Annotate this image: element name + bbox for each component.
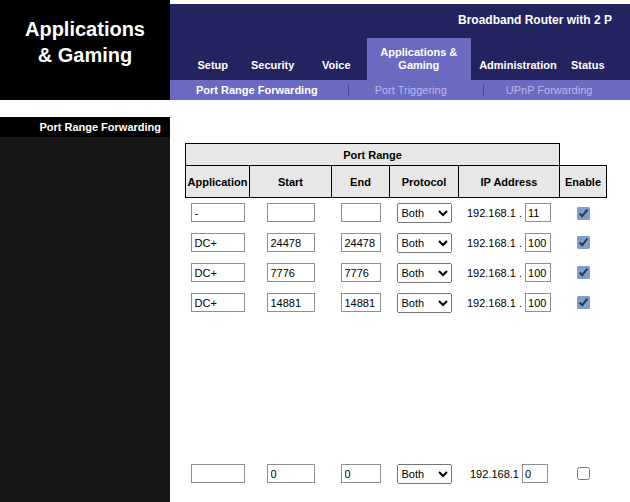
group-header: Port Range: [186, 144, 560, 166]
start-port-input[interactable]: [267, 233, 315, 252]
table-row: Both 192.168.1 .: [186, 228, 607, 258]
application-input[interactable]: [191, 464, 245, 483]
table-spacer: [186, 318, 607, 459]
table-row: Both 192.168.1 .: [186, 258, 607, 288]
start-port-input[interactable]: [267, 293, 315, 312]
tab-security[interactable]: Security: [239, 38, 305, 80]
divider: [483, 84, 484, 96]
protocol-select[interactable]: Both: [397, 293, 452, 313]
end-port-input[interactable]: [341, 293, 381, 312]
enable-checkbox[interactable]: [577, 266, 590, 279]
table-row: Both 192.168.1 .: [186, 288, 607, 318]
ip-octet-input[interactable]: [525, 233, 551, 252]
tab-bar: Setup Security Voice Applications & Gami…: [170, 38, 630, 80]
end-port-input[interactable]: [341, 203, 381, 222]
column-header-protocol: Protocol: [390, 166, 459, 198]
brand-title-line2: & Gaming: [0, 42, 170, 68]
tab-security-label: Security: [251, 59, 294, 71]
column-header-row: Application Start End Protocol IP Addres…: [186, 166, 607, 198]
table-row: Both 192.168.1: [186, 459, 607, 489]
enable-checkbox[interactable]: [577, 236, 590, 249]
ip-octet-input[interactable]: [525, 293, 551, 312]
port-forwarding-table: Port Range Application Start End Protoco…: [185, 143, 607, 489]
application-input[interactable]: [191, 203, 245, 222]
protocol-select[interactable]: Both: [397, 203, 452, 223]
ip-prefix: 192.168.1 .: [467, 267, 522, 279]
start-port-input[interactable]: [267, 464, 315, 483]
enable-checkbox[interactable]: [577, 467, 590, 480]
content-area: Port Range Application Start End Protoco…: [170, 100, 630, 502]
column-header-application: Application: [186, 166, 250, 198]
brand-panel: Applications & Gaming: [0, 0, 170, 100]
protocol-select[interactable]: Both: [397, 464, 452, 484]
brand-title: Applications & Gaming: [0, 16, 170, 68]
protocol-select[interactable]: Both: [397, 233, 452, 253]
ip-octet-input[interactable]: [522, 464, 548, 483]
start-port-input[interactable]: [267, 203, 315, 222]
router-admin-page: Applications & Gaming Broadband Router w…: [0, 0, 630, 502]
end-port-input[interactable]: [341, 233, 381, 252]
tab-voice[interactable]: Voice: [306, 38, 367, 80]
ip-octet-input[interactable]: [525, 203, 551, 222]
group-header-spacer: [560, 144, 607, 166]
divider: [348, 84, 349, 96]
tab-applications-gaming[interactable]: Applications & Gaming: [367, 38, 471, 80]
enable-checkbox[interactable]: [577, 207, 590, 220]
section-label: Port Range Forwarding: [0, 117, 170, 137]
table-row: Both 192.168.1 .: [186, 198, 607, 228]
group-header-row: Port Range: [186, 144, 607, 166]
ip-prefix: 192.168.1 .: [467, 237, 522, 249]
subnav-item-upnp-forwarding[interactable]: UPnP Forwarding: [506, 84, 593, 96]
tab-voice-label: Voice: [322, 59, 351, 71]
tab-setup[interactable]: Setup: [186, 38, 239, 80]
column-header-enable: Enable: [560, 166, 607, 198]
application-input[interactable]: [191, 233, 245, 252]
tab-setup-label: Setup: [197, 59, 228, 71]
ip-prefix: 192.168.1 .: [467, 207, 522, 219]
subnav-bar: Port Range Forwarding Port Triggering UP…: [170, 80, 630, 100]
tab-status-label: Status: [571, 59, 605, 71]
column-header-end: End: [332, 166, 390, 198]
tab-applications-gaming-label: Applications & Gaming: [379, 46, 459, 72]
tab-administration-label: Administration: [479, 59, 557, 71]
column-header-start: Start: [250, 166, 332, 198]
start-port-input[interactable]: [267, 263, 315, 282]
tab-administration[interactable]: Administration: [471, 38, 565, 80]
brand-title-line1: Applications: [0, 16, 170, 42]
column-header-ip-address: IP Address: [459, 166, 560, 198]
subnav-item-port-triggering[interactable]: Port Triggering: [375, 84, 447, 96]
tab-status[interactable]: Status: [565, 38, 630, 80]
protocol-select[interactable]: Both: [397, 263, 452, 283]
end-port-input[interactable]: [341, 464, 381, 483]
top-banner: Broadband Router with 2 P Setup Security…: [170, 4, 630, 80]
subnav-item-port-range-forwarding[interactable]: Port Range Forwarding: [196, 84, 318, 96]
router-model-title: Broadband Router with 2 P: [458, 13, 612, 27]
sidebar: Port Range Forwarding: [0, 117, 170, 502]
enable-checkbox[interactable]: [577, 296, 590, 309]
end-port-input[interactable]: [341, 263, 381, 282]
application-input[interactable]: [191, 263, 245, 282]
ip-prefix: 192.168.1: [470, 468, 519, 480]
application-input[interactable]: [191, 293, 245, 312]
ip-octet-input[interactable]: [525, 263, 551, 282]
ip-prefix: 192.168.1 .: [467, 297, 522, 309]
